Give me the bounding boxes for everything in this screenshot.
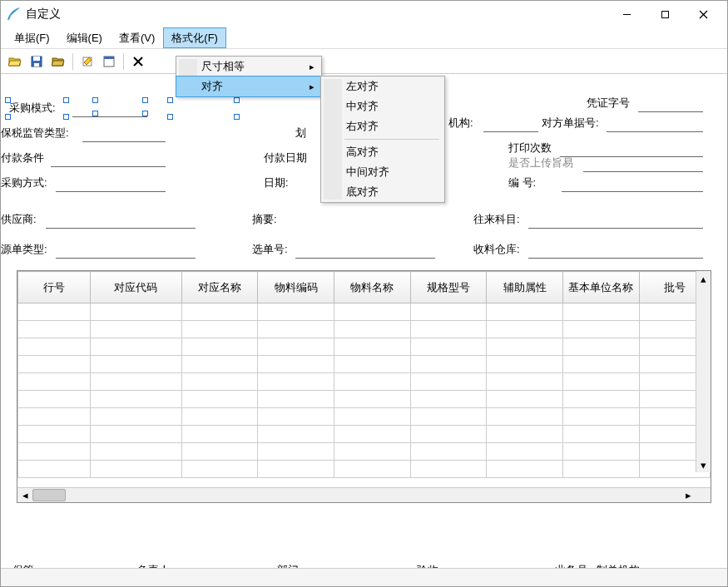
scroll-left-icon[interactable]: ◂ <box>17 488 32 502</box>
table-row[interactable] <box>18 461 711 478</box>
format-menu: 尺寸相等 对齐 <box>176 56 322 97</box>
label-supplier: 供应商: <box>1 212 37 227</box>
table-row[interactable] <box>18 408 711 426</box>
menu-align-center[interactable]: 中对齐 <box>321 96 444 116</box>
statusbar <box>1 568 727 586</box>
label-select-no: 选单号: <box>252 242 288 257</box>
field-no[interactable] <box>562 177 703 192</box>
field-bonded-type[interactable] <box>82 127 166 142</box>
edit-icon[interactable] <box>78 52 97 71</box>
table-row[interactable] <box>18 356 711 373</box>
label-org: 机构: <box>448 116 473 131</box>
field-supplier[interactable] <box>46 214 196 229</box>
table-row[interactable] <box>18 391 711 408</box>
menu-align-left[interactable]: 左对齐 <box>321 76 444 96</box>
scroll-thumb[interactable] <box>32 489 66 501</box>
selection-handle[interactable] <box>63 114 69 120</box>
delete-icon[interactable] <box>129 52 147 71</box>
saveall-icon[interactable] <box>49 52 67 71</box>
field-select-no[interactable] <box>295 244 435 259</box>
table[interactable]: 行号 对应代码 对应名称 物料编码 物料名称 规格型号 辅助属性 基本单位名称 … <box>17 271 711 478</box>
label-receive-wh: 收料仓库: <box>473 242 520 257</box>
svg-rect-9 <box>104 57 114 59</box>
open-icon[interactable] <box>6 52 24 71</box>
table-row[interactable] <box>18 373 711 391</box>
label-pay-terms: 付款条件 <box>1 150 44 165</box>
menu-align[interactable]: 对齐 <box>176 76 322 97</box>
data-grid: 行号 对应代码 对应名称 物料编码 物料名称 规格型号 辅助属性 基本单位名称 … <box>17 270 711 503</box>
menubar: 单据(F) 编辑(E) 查看(V) 格式化(F) <box>1 27 727 49</box>
field-voucher-no[interactable] <box>638 97 703 112</box>
label-upload: 是否上传旨易 <box>508 155 573 170</box>
selection-handle[interactable] <box>234 114 240 120</box>
minimize-button[interactable] <box>607 2 646 27</box>
th-matname[interactable]: 物料名称 <box>334 272 410 303</box>
th-attr[interactable]: 辅助属性 <box>487 272 563 303</box>
table-row[interactable] <box>18 443 711 461</box>
field-print-count[interactable] <box>560 142 703 157</box>
field-purchase-way[interactable] <box>56 177 166 192</box>
vertical-scrollbar[interactable]: ▴ ▾ <box>696 271 711 472</box>
label-purchase-way: 采购方式: <box>1 175 47 190</box>
th-unit[interactable]: 基本单位名称 <box>563 272 640 303</box>
label-no: 编 号: <box>508 175 536 190</box>
scroll-up-icon[interactable]: ▴ <box>696 271 711 286</box>
menu-doc[interactable]: 单据(F) <box>6 27 58 48</box>
menu-format[interactable]: 格式化(F) <box>163 27 226 48</box>
titlebar: 自定义 <box>1 1 727 27</box>
svg-rect-5 <box>33 57 40 61</box>
menu-align-bottom[interactable]: 底对齐 <box>321 182 444 202</box>
label-voucher-no: 凭证字号 <box>587 96 630 111</box>
label-account: 往来科目: <box>473 212 520 227</box>
table-row[interactable] <box>18 338 711 356</box>
field-purchase-mode[interactable] <box>72 102 147 117</box>
th-matcode[interactable]: 物料编码 <box>258 272 334 303</box>
horizontal-scrollbar[interactable]: ◂ ▸ <box>17 487 711 502</box>
app-icon <box>6 7 21 22</box>
selection-handle[interactable] <box>63 97 69 103</box>
align-submenu: 左对齐 中对齐 右对齐 高对齐 中间对齐 底对齐 <box>320 76 445 203</box>
th-spec[interactable]: 规格型号 <box>410 272 487 303</box>
selection-handle[interactable] <box>167 114 173 120</box>
th-rowno[interactable]: 行号 <box>18 272 91 303</box>
field-counter-doc[interactable] <box>607 117 703 132</box>
close-button[interactable] <box>684 2 722 27</box>
maximize-button[interactable] <box>646 2 684 27</box>
svg-rect-1 <box>661 11 668 17</box>
label-source-type: 源单类型: <box>1 242 47 257</box>
label-pay-date: 付款日期 <box>264 150 307 165</box>
menu-align-middle[interactable]: 中间对齐 <box>321 162 444 182</box>
field-account[interactable] <box>528 214 703 229</box>
save-icon[interactable] <box>27 52 46 71</box>
label-bonded-type: 保税监管类型: <box>1 126 69 141</box>
label-counter-doc: 对方单据号: <box>542 116 599 131</box>
window-title: 自定义 <box>26 7 61 22</box>
label-summary: 摘要: <box>252 212 277 227</box>
svg-rect-6 <box>34 63 39 67</box>
selection-handle[interactable] <box>234 97 240 103</box>
field-source-type[interactable] <box>56 244 196 259</box>
menu-align-top[interactable]: 高对齐 <box>321 142 444 162</box>
table-row[interactable] <box>18 426 711 443</box>
window-icon[interactable] <box>100 52 118 71</box>
menu-edit[interactable]: 编辑(E) <box>58 27 111 48</box>
toolbar <box>1 49 727 74</box>
menu-same-size[interactable]: 尺寸相等 <box>176 57 321 76</box>
scroll-right-icon[interactable]: ▸ <box>681 488 696 502</box>
field-receive-wh[interactable] <box>528 244 703 259</box>
menu-align-right[interactable]: 右对齐 <box>321 116 444 136</box>
th-name[interactable]: 对应名称 <box>181 272 258 303</box>
label-partial: 划 <box>295 126 306 141</box>
menu-view[interactable]: 查看(V) <box>111 27 163 48</box>
field-org[interactable] <box>483 117 538 132</box>
table-row[interactable] <box>18 321 711 338</box>
label-date: 日期: <box>264 175 289 190</box>
table-row[interactable] <box>18 303 711 321</box>
label-print-count: 打印次数 <box>508 141 552 155</box>
field-upload[interactable] <box>583 157 703 172</box>
field-pay-terms[interactable] <box>51 152 166 167</box>
scroll-down-icon[interactable]: ▾ <box>696 457 711 472</box>
th-code[interactable]: 对应代码 <box>91 272 181 303</box>
selection-handle[interactable] <box>167 97 173 103</box>
label-purchase-mode[interactable]: 采购模式: <box>9 101 56 116</box>
